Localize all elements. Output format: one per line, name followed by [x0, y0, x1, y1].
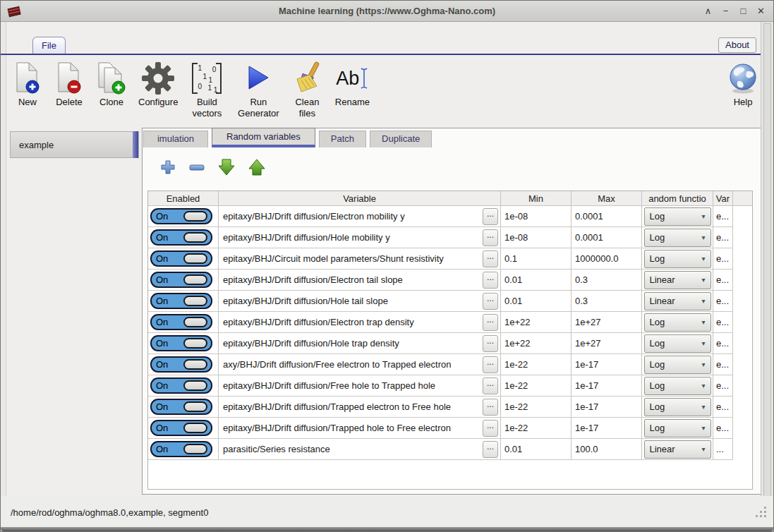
- max-cell[interactable]: 0.0001: [572, 227, 642, 248]
- configure-button[interactable]: Configure: [138, 60, 178, 108]
- browse-button[interactable]: ...: [483, 356, 498, 373]
- title-bar[interactable]: Machine learning (https://www.Oghma-Nano…: [1, 1, 773, 22]
- enabled-toggle[interactable]: On: [150, 250, 212, 267]
- vectors-cell[interactable]: e...: [713, 227, 733, 248]
- vectors-cell[interactable]: e...: [713, 291, 733, 311]
- browse-button[interactable]: ...: [483, 314, 498, 331]
- tab-patch[interactable]: Patch: [319, 131, 366, 147]
- enabled-toggle[interactable]: On: [150, 229, 212, 246]
- variable-cell[interactable]: parasitic/Series resistance ...: [219, 439, 501, 459]
- delete-button[interactable]: Delete: [54, 60, 85, 108]
- new-button[interactable]: New: [12, 60, 43, 108]
- vertical-scrollbar[interactable]: [763, 23, 771, 526]
- file-menu-tab[interactable]: File: [32, 37, 66, 54]
- build-vectors-button[interactable]: 10 11 011 Build vectors: [188, 60, 225, 119]
- variable-cell[interactable]: epitaxy/BHJ/Drift diffusion/Trapped elec…: [219, 397, 501, 417]
- variable-cell[interactable]: axy/BHJ/Drift diffusion/Free electron to…: [219, 354, 501, 375]
- move-up-button[interactable]: [248, 158, 266, 179]
- random-function-dropdown[interactable]: Linear ▾: [644, 271, 711, 289]
- remove-row-button[interactable]: [188, 159, 205, 178]
- max-cell[interactable]: 100.0: [572, 439, 642, 459]
- max-cell[interactable]: 0.3: [572, 291, 642, 311]
- variable-cell[interactable]: epitaxy/BHJ/Circuit model parameters/Shu…: [219, 248, 501, 269]
- random-function-dropdown[interactable]: Linear ▾: [644, 292, 711, 310]
- close-button[interactable]: ✕: [756, 6, 766, 16]
- move-down-button[interactable]: [217, 158, 236, 179]
- enabled-toggle[interactable]: On: [150, 420, 212, 436]
- variable-cell[interactable]: epitaxy/BHJ/Drift diffusion/Electron tra…: [219, 312, 501, 332]
- col-max[interactable]: Max: [572, 191, 642, 205]
- max-cell[interactable]: 1e-17: [572, 375, 642, 396]
- resize-grip[interactable]: [756, 515, 758, 517]
- tab-duplicate[interactable]: Duplicate: [370, 131, 432, 147]
- add-row-button[interactable]: [159, 159, 176, 178]
- max-cell[interactable]: 0.3: [572, 270, 642, 290]
- browse-button[interactable]: ...: [483, 420, 498, 437]
- variable-cell[interactable]: epitaxy/BHJ/Drift diffusion/Hole mobilit…: [219, 227, 501, 248]
- vectors-cell[interactable]: e...: [713, 333, 733, 353]
- random-function-dropdown[interactable]: Log ▾: [644, 250, 711, 268]
- browse-button[interactable]: ...: [483, 229, 498, 246]
- variable-cell[interactable]: epitaxy/BHJ/Drift diffusion/Free hole to…: [219, 375, 501, 396]
- col-vectors[interactable]: Var: [713, 191, 733, 205]
- max-cell[interactable]: 1000000.0: [572, 248, 642, 269]
- vectors-cell[interactable]: e...: [713, 354, 733, 375]
- sidebar-item-example[interactable]: example: [10, 131, 139, 158]
- min-cell[interactable]: 1e-08: [501, 206, 572, 226]
- max-cell[interactable]: 1e+27: [572, 333, 642, 353]
- about-button[interactable]: About: [718, 37, 756, 53]
- min-cell[interactable]: 1e-22: [501, 375, 572, 396]
- enabled-toggle[interactable]: On: [150, 356, 212, 373]
- tab-simulation[interactable]: imulation: [143, 131, 208, 147]
- rename-button[interactable]: Ab Rename: [333, 60, 371, 108]
- max-cell[interactable]: 1e-17: [572, 354, 642, 375]
- enabled-toggle[interactable]: On: [150, 208, 212, 224]
- browse-button[interactable]: ...: [483, 441, 498, 458]
- col-enabled[interactable]: Enabled: [148, 191, 219, 205]
- vectors-cell[interactable]: e...: [713, 270, 733, 290]
- random-function-dropdown[interactable]: Log ▾: [644, 334, 711, 353]
- max-cell[interactable]: 1e+27: [572, 312, 642, 332]
- variable-cell[interactable]: epitaxy/BHJ/Drift diffusion/Hole tail sl…: [219, 291, 501, 311]
- enabled-toggle[interactable]: On: [150, 314, 212, 330]
- browse-button[interactable]: ...: [483, 377, 498, 394]
- col-min[interactable]: Min: [501, 191, 572, 205]
- clone-button[interactable]: Clone: [95, 60, 128, 108]
- random-function-dropdown[interactable]: Log ▾: [644, 398, 711, 416]
- help-button[interactable]: Help: [728, 60, 758, 108]
- tab-random-variables[interactable]: Random variables: [212, 128, 315, 147]
- min-cell[interactable]: 1e-22: [501, 418, 572, 438]
- random-function-dropdown[interactable]: Log ▾: [644, 313, 711, 332]
- random-function-dropdown[interactable]: Log ▾: [644, 207, 711, 226]
- max-cell[interactable]: 0.0001: [572, 206, 642, 226]
- shade-button[interactable]: ∧: [703, 6, 713, 16]
- clean-files-button[interactable]: Clean files: [291, 60, 322, 119]
- min-cell[interactable]: 1e-08: [501, 227, 572, 248]
- run-generator-button[interactable]: Run Generator: [236, 60, 281, 119]
- vectors-cell[interactable]: e...: [713, 248, 733, 269]
- browse-button[interactable]: ...: [483, 293, 498, 310]
- variable-cell[interactable]: epitaxy/BHJ/Drift diffusion/Electron tai…: [219, 270, 501, 290]
- vectors-cell[interactable]: e...: [713, 397, 733, 417]
- col-variable[interactable]: Variable: [219, 191, 501, 205]
- random-function-dropdown[interactable]: Log ▾: [644, 419, 711, 437]
- vectors-cell[interactable]: e...: [713, 312, 733, 332]
- browse-button[interactable]: ...: [483, 250, 498, 267]
- browse-button[interactable]: ...: [483, 272, 498, 289]
- vectors-cell[interactable]: e...: [713, 418, 733, 438]
- min-cell[interactable]: 0.01: [501, 439, 572, 459]
- min-cell[interactable]: 0.1: [501, 248, 572, 269]
- variable-cell[interactable]: epitaxy/BHJ/Drift diffusion/Hole trap de…: [219, 333, 501, 353]
- min-cell[interactable]: 1e+22: [501, 333, 572, 353]
- maximize-button[interactable]: □: [738, 6, 749, 16]
- max-cell[interactable]: 1e-17: [572, 397, 642, 417]
- col-random-function[interactable]: andom functio: [642, 191, 713, 205]
- enabled-toggle[interactable]: On: [150, 272, 212, 288]
- min-cell[interactable]: 1e+22: [501, 312, 572, 332]
- variable-cell[interactable]: epitaxy/BHJ/Drift diffusion/Trapped hole…: [219, 418, 501, 438]
- min-cell[interactable]: 0.01: [501, 270, 572, 290]
- random-function-dropdown[interactable]: Log ▾: [644, 356, 711, 374]
- enabled-toggle[interactable]: On: [150, 335, 212, 351]
- vectors-cell[interactable]: ...: [713, 439, 733, 459]
- enabled-toggle[interactable]: On: [150, 293, 212, 309]
